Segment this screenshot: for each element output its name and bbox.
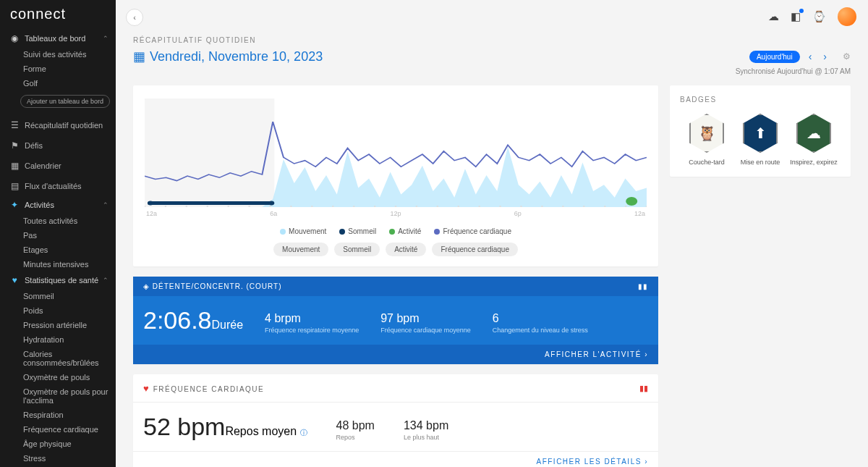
today-pill[interactable]: Aujourd'hui (749, 51, 800, 63)
sidebar-item-intensity[interactable]: Minutes intensives (0, 257, 116, 272)
sidebar-item-heart-rate[interactable]: Fréquence cardiaque (0, 422, 116, 437)
main-area: ‹ ☁ ◧ ⌚ RÉCAPITULATIF QUOTIDIEN ▦ Vendre… (116, 0, 868, 467)
svg-point-10 (248, 206, 250, 207)
sidebar-group-dashboards[interactable]: ◉ Tableaux de bord ⌃ (0, 30, 116, 47)
svg-point-22 (499, 206, 501, 207)
inbox-icon[interactable]: ◧ (791, 10, 801, 23)
chevron-right-icon: › (644, 350, 648, 358)
svg-point-2 (148, 201, 153, 206)
filter-pill-sleep[interactable]: Sommeil (334, 243, 380, 256)
activity-metric-label: Fréquence cardiaque moyenne (380, 327, 471, 335)
date-title[interactable]: ▦ Vendredi, Novembre 10, 2023 (133, 49, 323, 64)
svg-point-16 (374, 206, 376, 207)
bar-chart-icon[interactable]: ▮▮ (639, 384, 648, 393)
svg-point-25 (562, 206, 564, 207)
sidebar-item-fitness[interactable]: Forme (0, 62, 116, 76)
show-details-link[interactable]: AFFICHER LES DÉTAILS › (133, 451, 658, 467)
chart-legend: Mouvement Sommeil Activité Fréquence car… (145, 227, 647, 235)
hr-big-label: Repos moyen (225, 425, 297, 437)
activity-metric-label: Changement du niveau de stress (493, 327, 588, 335)
chevron-up-icon: ⌃ (103, 35, 109, 42)
owl-icon: 🦉 (689, 114, 724, 153)
topbar: ☁ ◧ ⌚ (768, 7, 856, 26)
daily-chart (145, 98, 647, 207)
sidebar-item-steps[interactable]: Pas (0, 228, 116, 243)
legend-dot-activity (389, 229, 395, 235)
sidebar-item-sleep[interactable]: Sommeil (0, 289, 116, 303)
sidebar-group-health[interactable]: ♥ Statistiques de santé ⌃ (0, 272, 116, 289)
runner-icon: ✦ (9, 200, 20, 210)
sidebar-item-calories[interactable]: Calories consommées/brûlées (0, 347, 116, 370)
svg-point-8 (206, 206, 208, 207)
sidebar-item-daily-summary[interactable]: ☰Récapitulatif quotidien (0, 115, 116, 135)
sync-status: Synchronisé Aujourd'hui @ 1:07 AM (133, 67, 851, 75)
activity-duration-value: 2:06.8 (143, 306, 212, 334)
chevron-up-icon: ⌃ (103, 277, 109, 284)
back-button[interactable]: ‹ (126, 9, 143, 26)
device-icon[interactable]: ⌚ (812, 10, 826, 23)
svg-rect-0 (145, 98, 274, 207)
sidebar-item-challenges[interactable]: ⚑Défis (0, 135, 116, 156)
legend-dot-movement (280, 229, 286, 235)
sidebar-item-news[interactable]: ▤Flux d'actualités (0, 176, 116, 196)
svg-point-19 (436, 206, 438, 207)
sidebar-item-stress[interactable]: Stress (0, 451, 116, 466)
gauge-icon: ◉ (9, 33, 20, 43)
svg-point-26 (583, 206, 585, 207)
rocket-icon: ⬆ (743, 114, 778, 153)
filter-pill-movement[interactable]: Mouvement (273, 243, 328, 256)
svg-point-15 (353, 206, 355, 207)
svg-point-12 (290, 206, 292, 207)
hr-metric-value: 48 bpm (336, 419, 375, 432)
badge-item[interactable]: 🦉Couche-tard (681, 114, 732, 167)
avatar[interactable] (838, 7, 856, 26)
svg-point-18 (416, 206, 418, 207)
show-activity-link[interactable]: AFFICHER L'ACTIVITÉ › (133, 345, 658, 364)
hr-metric-label: Le plus haut (404, 434, 448, 441)
sidebar-item-weight[interactable]: Poids (0, 303, 116, 318)
add-dashboard-button[interactable]: Ajouter un tableau de bord (20, 95, 110, 108)
activity-metric-value: 6 (493, 312, 588, 325)
svg-point-23 (520, 206, 522, 207)
brand-logo: connect (0, 0, 116, 30)
activity-card: ◈ DÉTENTE/CONCENTR. (COURT) ▮▮ 2:06.8Dur… (133, 277, 658, 364)
hr-metric-value: 134 bpm (404, 419, 448, 432)
sidebar-item-fitness-age[interactable]: Âge physique (0, 437, 116, 451)
prev-day-button[interactable]: ‹ (806, 51, 815, 62)
chevron-right-icon: › (644, 458, 648, 466)
hr-big-value: 52 bpm (143, 413, 225, 440)
news-icon: ▤ (9, 181, 20, 191)
sidebar-item-hydration[interactable]: Hydratation (0, 332, 116, 347)
legend-dot-hr (434, 229, 440, 235)
legend-dot-sleep (339, 229, 345, 235)
sidebar-item-respiration[interactable]: Respiration (0, 408, 116, 422)
bar-chart-icon[interactable]: ▮▮ (638, 282, 648, 290)
sidebar-item-pulse-ox[interactable]: Oxymètre de pouls (0, 370, 116, 384)
info-icon[interactable]: ⓘ (300, 429, 307, 437)
chevron-left-icon: ‹ (133, 13, 136, 22)
calendar-icon: ▦ (133, 49, 145, 64)
sidebar-item-golf[interactable]: Golf (0, 76, 116, 91)
activity-duration-label: Durée (212, 319, 244, 331)
svg-point-3 (268, 201, 274, 206)
sidebar-group-activities[interactable]: ✦ Activités ⌃ (0, 196, 116, 214)
sidebar-item-tracking[interactable]: Suivi des activités (0, 47, 116, 62)
filter-pill-hr[interactable]: Fréquence cardiaque (432, 243, 518, 256)
gear-icon[interactable]: ⚙ (843, 51, 851, 62)
svg-point-24 (541, 206, 543, 207)
svg-point-6 (165, 206, 167, 207)
sidebar-item-all-activities[interactable]: Toutes activités (0, 214, 116, 228)
layers-icon: ☰ (9, 120, 20, 130)
sidebar-item-blood-pressure[interactable]: Pression artérielle (0, 318, 116, 332)
cloud-sync-icon[interactable]: ☁ (768, 10, 779, 23)
sidebar-item-calendar[interactable]: ▦Calendrier (0, 156, 116, 176)
heart-icon: ♥ (9, 275, 20, 285)
badge-item[interactable]: ☁Inspirez, expirez (788, 114, 839, 167)
badge-item[interactable]: ⬆Mise en route (735, 114, 786, 167)
flag-icon: ⚑ (9, 140, 20, 151)
next-day-button[interactable]: › (820, 51, 830, 62)
sidebar-item-pulse-ox-acclim[interactable]: Oxymètre de pouls pour l'acclima (0, 384, 116, 408)
sidebar-item-floors[interactable]: Etages (0, 243, 116, 257)
filter-pill-activity[interactable]: Activité (386, 243, 426, 256)
svg-point-14 (332, 206, 334, 207)
